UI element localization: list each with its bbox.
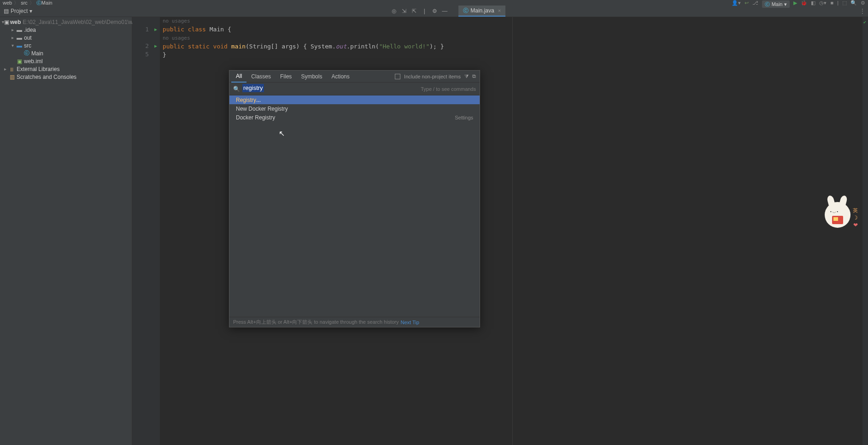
project-label: Project <box>11 8 28 14</box>
library-icon: ⫼ <box>8 66 16 72</box>
class-icon: ⓒ <box>23 49 30 57</box>
tree-root[interactable]: ▾ ▣ web E:\02_Java\11_JavaWeb\02_web\Dem… <box>0 18 132 26</box>
project-view-selector[interactable]: ▤ Project ▾ <box>0 8 36 14</box>
search-tab-actions[interactable]: Actions <box>327 71 354 83</box>
tree-item-label: src <box>24 42 31 49</box>
mascot-text: 英 <box>853 207 858 214</box>
result-context: Settings <box>455 115 473 120</box>
search-footer: Press Alt+向上箭头 or Alt+向下箭头 to navigate t… <box>229 317 480 327</box>
method-name: main <box>231 43 246 50</box>
tree-item-label: web.iml <box>24 58 43 65</box>
error-stripe[interactable]: ✔ <box>862 17 868 445</box>
run-icon[interactable]: ▶ <box>793 0 797 6</box>
chevron-right-icon[interactable]: ▸ <box>2 66 8 71</box>
search-tab-classes[interactable]: Classes <box>246 71 276 83</box>
breadcrumb-item[interactable]: src <box>21 0 28 6</box>
target-icon[interactable]: ◎ <box>390 7 398 15</box>
search-query-selection: registry <box>242 84 264 92</box>
search-icon[interactable]: 🔍 <box>850 0 857 6</box>
include-nonproject-label[interactable]: Include non-project items <box>404 74 461 79</box>
minimize-icon[interactable]: — <box>441 7 448 15</box>
chevron-down-icon[interactable]: ▾ <box>9 43 16 48</box>
filter-icon[interactable]: ⧩ <box>464 73 469 79</box>
tree-item-src[interactable]: ▾ ▬ src <box>0 42 132 49</box>
vcs-icon[interactable]: ⎇ <box>752 0 758 6</box>
moon-icon: ☽ <box>853 214 858 221</box>
tree-item-label: External Libraries <box>17 66 59 72</box>
keyword: public <box>163 26 184 33</box>
git-icon[interactable]: ⬚ <box>842 0 847 6</box>
expand-icon[interactable]: ⇲ <box>400 7 408 15</box>
source-folder-icon: ▬ <box>16 42 23 49</box>
dropdown-icon: ▾ <box>29 8 32 14</box>
breadcrumb-item[interactable]: Main <box>41 0 53 6</box>
mascot-decoration: • ◡ • 英 ☽ ❤ <box>822 194 854 235</box>
include-nonproject-checkbox[interactable] <box>395 74 400 79</box>
tree-item-iml[interactable]: ▣ web.iml <box>0 57 132 65</box>
heart-icon: ❤ <box>853 221 858 229</box>
search-tabs: All Classes Files Symbols Actions Includ… <box>229 71 480 83</box>
user-icon[interactable]: 👤▾ <box>732 0 741 6</box>
search-tab-all[interactable]: All <box>231 71 246 83</box>
module-file-icon: ▣ <box>16 58 23 65</box>
search-input[interactable] <box>244 85 417 92</box>
gutter-icons: ▶ ▶ <box>152 17 160 445</box>
line-number[interactable]: 1 <box>132 25 149 34</box>
coverage-icon[interactable]: ◧ <box>811 0 815 6</box>
run-config-selector[interactable]: ⓒ Main ▾ <box>762 0 790 8</box>
search-hint: Type / to see commands <box>421 86 476 92</box>
search-tab-files[interactable]: Files <box>276 71 296 83</box>
collapse-icon[interactable]: ⇱ <box>411 7 418 15</box>
search-tab-symbols[interactable]: Symbols <box>296 71 327 83</box>
search-everywhere-dialog[interactable]: All Classes Files Symbols Actions Includ… <box>229 70 480 327</box>
run-gutter-icon[interactable]: ▶ <box>152 25 160 34</box>
chevron-right-icon[interactable]: ▸ <box>9 35 16 40</box>
search-result-row[interactable]: New Docker Registry <box>229 104 480 113</box>
breadcrumb-separator: 〉 <box>14 0 19 6</box>
keyword: class <box>188 26 206 33</box>
project-icon: ▤ <box>4 8 9 14</box>
more-icon[interactable]: ⋮ <box>860 8 865 14</box>
profile-icon[interactable]: ◷▾ <box>819 0 827 6</box>
pin-icon[interactable]: ⧉ <box>472 73 476 79</box>
divider: | <box>421 7 428 15</box>
right-margin-line <box>512 17 513 445</box>
class-name: Main <box>210 26 224 33</box>
field: out <box>336 43 346 50</box>
breadcrumb-bar: web 〉 src 〉 ⓒ Main 👤▾ ↩ ⎇ ⓒ Main ▾ ▶ 🐞 ◧… <box>0 0 868 6</box>
gear-icon[interactable]: ⚙ <box>431 7 438 15</box>
tree-item-out[interactable]: ▸ ▬ out <box>0 34 132 42</box>
next-tip-link[interactable]: Next Tip <box>401 320 419 325</box>
line-number[interactable]: 5 <box>132 50 149 59</box>
back-icon[interactable]: ↩ <box>745 0 749 6</box>
tree-item-path: E:\02_Java\11_JavaWeb\02_web\Demo01\web <box>23 19 139 25</box>
breadcrumb-item[interactable]: web <box>3 0 12 6</box>
stop-icon[interactable]: ■ <box>830 0 833 6</box>
tree-scratches[interactable]: ▥ Scratches and Consoles <box>0 73 132 81</box>
line-number[interactable]: 2 <box>132 42 149 50</box>
object: System. <box>311 43 336 50</box>
debug-icon[interactable]: 🐞 <box>801 0 807 6</box>
search-result-row[interactable]: Registry... <box>229 95 480 104</box>
class-icon: ⓒ <box>463 7 469 15</box>
tree-item-label: Main <box>31 50 43 57</box>
search-icon: 🔍 <box>233 86 240 92</box>
breadcrumb-separator: 〉 <box>29 0 35 6</box>
call: .println( <box>346 43 379 50</box>
tree-item-idea[interactable]: ▸ ▬ .idea <box>0 26 132 34</box>
folder-icon: ▬ <box>16 27 23 33</box>
tree-external-libraries[interactable]: ▸ ⫼ External Libraries <box>0 65 132 73</box>
rest: ); } <box>429 43 444 50</box>
module-icon: ▣ <box>4 19 9 25</box>
result-ellipsis: ... <box>256 97 261 103</box>
dropdown-icon: ▾ <box>784 1 787 7</box>
run-gutter-icon[interactable]: ▶ <box>152 42 160 50</box>
project-tree[interactable]: ▾ ▣ web E:\02_Java\11_JavaWeb\02_web\Dem… <box>0 17 132 445</box>
tree-item-main-class[interactable]: ⓒ Main <box>0 49 132 57</box>
close-icon[interactable]: × <box>498 8 501 13</box>
gear-icon[interactable]: ⚙ <box>861 0 865 6</box>
result-match: Registry <box>236 97 256 103</box>
chevron-right-icon[interactable]: ▸ <box>9 27 16 32</box>
search-result-row[interactable]: Docker Registry Settings <box>229 113 480 122</box>
editor-tab[interactable]: ⓒ Main.java × <box>458 6 505 17</box>
